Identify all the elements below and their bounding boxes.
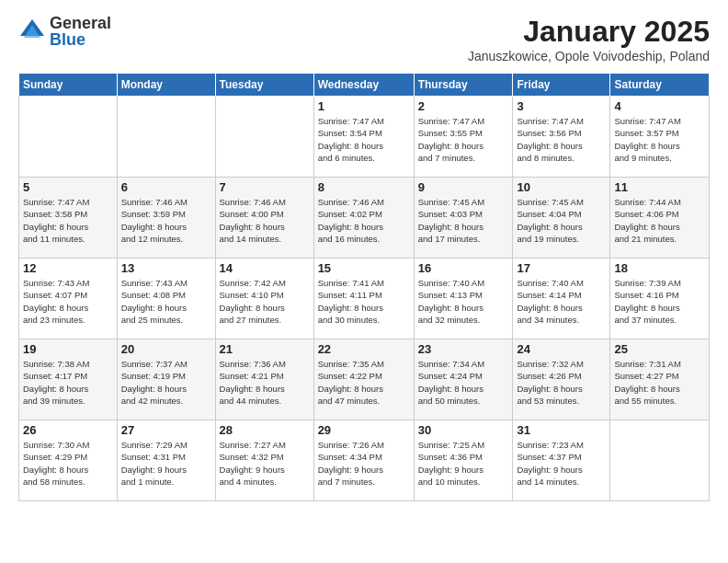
calendar-cell: 26Sunrise: 7:30 AM Sunset: 4:29 PM Dayli… <box>19 420 118 501</box>
day-number: 17 <box>517 261 606 275</box>
day-number: 30 <box>418 423 509 437</box>
day-number: 13 <box>121 261 211 275</box>
calendar-cell: 10Sunrise: 7:45 AM Sunset: 4:04 PM Dayli… <box>513 178 610 259</box>
logo: General Blue <box>18 15 111 48</box>
calendar-cell: 29Sunrise: 7:26 AM Sunset: 4:34 PM Dayli… <box>313 420 414 501</box>
day-detail: Sunrise: 7:43 AM Sunset: 4:08 PM Dayligh… <box>121 277 211 326</box>
calendar-cell: 8Sunrise: 7:46 AM Sunset: 4:02 PM Daylig… <box>313 178 414 259</box>
day-number: 3 <box>517 99 606 113</box>
day-number: 16 <box>418 261 509 275</box>
calendar-cell: 16Sunrise: 7:40 AM Sunset: 4:13 PM Dayli… <box>414 259 513 339</box>
day-number: 18 <box>614 261 705 275</box>
calendar-cell: 6Sunrise: 7:46 AM Sunset: 3:59 PM Daylig… <box>117 178 215 259</box>
logo-icon <box>18 17 46 45</box>
day-detail: Sunrise: 7:46 AM Sunset: 4:02 PM Dayligh… <box>318 196 410 245</box>
day-number: 19 <box>23 342 113 356</box>
day-number: 5 <box>23 180 113 194</box>
page-container: General Blue January 2025 Januszkowice, … <box>0 0 728 563</box>
day-detail: Sunrise: 7:26 AM Sunset: 4:34 PM Dayligh… <box>318 439 410 488</box>
day-detail: Sunrise: 7:37 AM Sunset: 4:19 PM Dayligh… <box>121 358 211 407</box>
day-number: 10 <box>517 180 606 194</box>
day-number: 12 <box>23 261 113 275</box>
day-detail: Sunrise: 7:41 AM Sunset: 4:11 PM Dayligh… <box>318 277 410 326</box>
day-number: 25 <box>614 342 705 356</box>
calendar-cell <box>117 97 215 178</box>
page-header: General Blue January 2025 Januszkowice, … <box>18 15 710 63</box>
day-detail: Sunrise: 7:32 AM Sunset: 4:26 PM Dayligh… <box>517 358 606 407</box>
calendar-cell: 13Sunrise: 7:43 AM Sunset: 4:08 PM Dayli… <box>117 259 215 339</box>
day-detail: Sunrise: 7:27 AM Sunset: 4:32 PM Dayligh… <box>220 439 310 488</box>
day-number: 24 <box>517 342 606 356</box>
calendar-cell: 25Sunrise: 7:31 AM Sunset: 4:27 PM Dayli… <box>610 339 710 420</box>
weekday-header-wednesday: Wednesday <box>313 74 414 97</box>
day-detail: Sunrise: 7:47 AM Sunset: 3:54 PM Dayligh… <box>318 115 410 164</box>
day-detail: Sunrise: 7:42 AM Sunset: 4:10 PM Dayligh… <box>220 277 310 326</box>
calendar-cell: 24Sunrise: 7:32 AM Sunset: 4:26 PM Dayli… <box>513 339 610 420</box>
calendar-table: SundayMondayTuesdayWednesdayThursdayFrid… <box>18 73 710 501</box>
day-number: 4 <box>614 99 705 113</box>
calendar-cell: 22Sunrise: 7:35 AM Sunset: 4:22 PM Dayli… <box>313 339 414 420</box>
calendar-week-5: 26Sunrise: 7:30 AM Sunset: 4:29 PM Dayli… <box>19 420 710 501</box>
day-number: 8 <box>318 180 410 194</box>
calendar-cell: 3Sunrise: 7:47 AM Sunset: 3:56 PM Daylig… <box>513 97 610 178</box>
calendar-cell: 21Sunrise: 7:36 AM Sunset: 4:21 PM Dayli… <box>215 339 313 420</box>
day-detail: Sunrise: 7:40 AM Sunset: 4:14 PM Dayligh… <box>517 277 606 326</box>
day-number: 27 <box>121 423 211 437</box>
calendar-cell: 9Sunrise: 7:45 AM Sunset: 4:03 PM Daylig… <box>414 178 513 259</box>
day-number: 11 <box>614 180 705 194</box>
day-detail: Sunrise: 7:23 AM Sunset: 4:37 PM Dayligh… <box>517 439 606 488</box>
calendar-cell: 7Sunrise: 7:46 AM Sunset: 4:00 PM Daylig… <box>215 178 313 259</box>
day-detail: Sunrise: 7:31 AM Sunset: 4:27 PM Dayligh… <box>614 358 705 407</box>
calendar-cell: 1Sunrise: 7:47 AM Sunset: 3:54 PM Daylig… <box>313 97 414 178</box>
day-number: 20 <box>121 342 211 356</box>
day-detail: Sunrise: 7:43 AM Sunset: 4:07 PM Dayligh… <box>23 277 113 326</box>
day-number: 26 <box>23 423 113 437</box>
calendar-header-row: SundayMondayTuesdayWednesdayThursdayFrid… <box>19 74 710 97</box>
day-detail: Sunrise: 7:46 AM Sunset: 3:59 PM Dayligh… <box>121 196 211 245</box>
day-detail: Sunrise: 7:35 AM Sunset: 4:22 PM Dayligh… <box>318 358 410 407</box>
day-detail: Sunrise: 7:40 AM Sunset: 4:13 PM Dayligh… <box>418 277 509 326</box>
day-detail: Sunrise: 7:29 AM Sunset: 4:31 PM Dayligh… <box>121 439 211 488</box>
month-title: January 2025 <box>468 15 710 49</box>
day-detail: Sunrise: 7:47 AM Sunset: 3:55 PM Dayligh… <box>418 115 509 164</box>
calendar-cell: 15Sunrise: 7:41 AM Sunset: 4:11 PM Dayli… <box>313 259 414 339</box>
day-number: 1 <box>318 99 410 113</box>
day-number: 15 <box>318 261 410 275</box>
calendar-cell: 2Sunrise: 7:47 AM Sunset: 3:55 PM Daylig… <box>414 97 513 178</box>
weekday-header-sunday: Sunday <box>19 74 118 97</box>
location-text: Januszkowice, Opole Voivodeship, Poland <box>468 49 710 63</box>
day-number: 9 <box>418 180 509 194</box>
logo-text: General Blue <box>50 15 111 48</box>
calendar-week-1: 1Sunrise: 7:47 AM Sunset: 3:54 PM Daylig… <box>19 97 710 178</box>
day-detail: Sunrise: 7:44 AM Sunset: 4:06 PM Dayligh… <box>614 196 705 245</box>
day-detail: Sunrise: 7:45 AM Sunset: 4:04 PM Dayligh… <box>517 196 606 245</box>
day-detail: Sunrise: 7:47 AM Sunset: 3:57 PM Dayligh… <box>614 115 705 164</box>
calendar-cell: 23Sunrise: 7:34 AM Sunset: 4:24 PM Dayli… <box>414 339 513 420</box>
calendar-cell <box>19 97 118 178</box>
logo-blue-text: Blue <box>50 31 111 48</box>
calendar-cell: 18Sunrise: 7:39 AM Sunset: 4:16 PM Dayli… <box>610 259 710 339</box>
weekday-header-thursday: Thursday <box>414 74 513 97</box>
day-detail: Sunrise: 7:30 AM Sunset: 4:29 PM Dayligh… <box>23 439 113 488</box>
calendar-cell: 17Sunrise: 7:40 AM Sunset: 4:14 PM Dayli… <box>513 259 610 339</box>
day-number: 29 <box>318 423 410 437</box>
day-number: 31 <box>517 423 606 437</box>
day-detail: Sunrise: 7:38 AM Sunset: 4:17 PM Dayligh… <box>23 358 113 407</box>
calendar-cell: 5Sunrise: 7:47 AM Sunset: 3:58 PM Daylig… <box>19 178 118 259</box>
calendar-cell: 12Sunrise: 7:43 AM Sunset: 4:07 PM Dayli… <box>19 259 118 339</box>
day-number: 23 <box>418 342 509 356</box>
weekday-header-tuesday: Tuesday <box>215 74 313 97</box>
day-detail: Sunrise: 7:36 AM Sunset: 4:21 PM Dayligh… <box>220 358 310 407</box>
calendar-cell <box>215 97 313 178</box>
calendar-cell: 30Sunrise: 7:25 AM Sunset: 4:36 PM Dayli… <box>414 420 513 501</box>
calendar-week-3: 12Sunrise: 7:43 AM Sunset: 4:07 PM Dayli… <box>19 259 710 339</box>
day-detail: Sunrise: 7:46 AM Sunset: 4:00 PM Dayligh… <box>220 196 310 245</box>
title-block: January 2025 Januszkowice, Opole Voivode… <box>468 15 710 63</box>
calendar-cell: 4Sunrise: 7:47 AM Sunset: 3:57 PM Daylig… <box>610 97 710 178</box>
calendar-cell: 19Sunrise: 7:38 AM Sunset: 4:17 PM Dayli… <box>19 339 118 420</box>
calendar-cell: 31Sunrise: 7:23 AM Sunset: 4:37 PM Dayli… <box>513 420 610 501</box>
weekday-header-monday: Monday <box>117 74 215 97</box>
day-detail: Sunrise: 7:39 AM Sunset: 4:16 PM Dayligh… <box>614 277 705 326</box>
day-number: 21 <box>220 342 310 356</box>
day-detail: Sunrise: 7:47 AM Sunset: 3:56 PM Dayligh… <box>517 115 606 164</box>
